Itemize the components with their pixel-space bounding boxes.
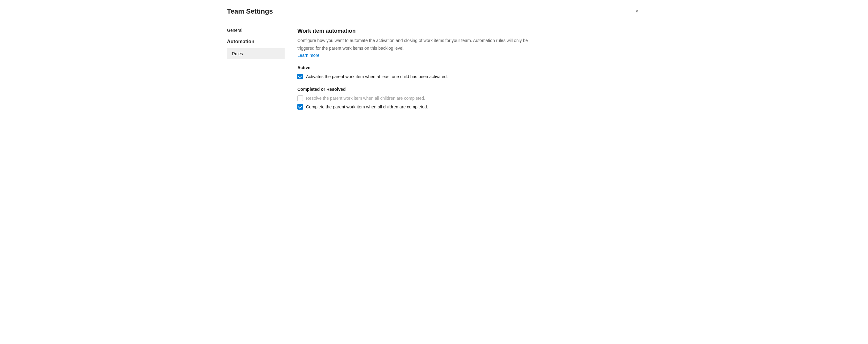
complete-checkbox-row: Complete the parent work item when all c… [297,104,641,110]
sidebar-item-automation[interactable]: Automation [227,36,285,47]
complete-checkbox-label: Complete the parent work item when all c… [306,104,428,109]
dialog-header: Team Settings × [217,0,651,20]
active-checkbox-label: Activates the parent work item when at l… [306,74,448,79]
section-description-line1: Configure how you want to automate the a… [297,37,575,44]
dialog-body: General Automation Rules Work item autom… [217,20,651,172]
complete-checkbox[interactable] [297,104,303,110]
resolve-checkbox[interactable] [297,95,303,101]
resolve-checkbox-row: Resolve the parent work item when all ch… [297,95,641,101]
completed-section: Completed or Resolved Resolve the parent… [297,87,641,110]
active-checkbox-row: Activates the parent work item when at l… [297,74,641,80]
main-content: Work item automation Configure how you w… [285,20,641,162]
completed-section-title: Completed or Resolved [297,87,641,92]
team-settings-dialog: Team Settings × General Automation Rules… [217,0,651,172]
learn-more-link[interactable]: Learn more. [297,53,320,58]
sidebar-item-rules[interactable]: Rules [227,48,285,59]
section-description-line2: triggered for the parent work items on t… [297,45,575,52]
sidebar-item-general[interactable]: General [227,25,285,35]
section-title: Work item automation [297,28,641,34]
resolve-checkbox-label: Resolve the parent work item when all ch… [306,96,425,101]
dialog-title: Team Settings [227,7,273,15]
active-section-title: Active [297,65,641,70]
close-button[interactable]: × [633,7,641,15]
sidebar: General Automation Rules [217,20,285,162]
active-checkbox[interactable] [297,74,303,80]
active-section: Active Activates the parent work item wh… [297,65,641,80]
